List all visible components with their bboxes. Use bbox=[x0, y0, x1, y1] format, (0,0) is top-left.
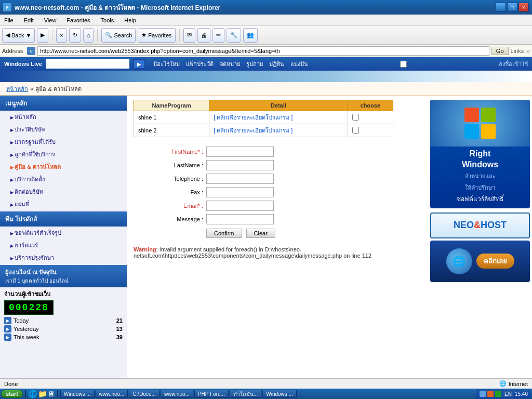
refresh-icon: ↻ bbox=[73, 32, 77, 38]
sidebar-item-manuals[interactable]: คู่มือ & ดาวน์โหลด bbox=[0, 161, 127, 173]
taskbar-item-6[interactable]: Windows ... bbox=[262, 390, 297, 398]
telephone-input[interactable] bbox=[206, 174, 274, 184]
live-checkbox[interactable] bbox=[400, 61, 407, 68]
maximize-button[interactable]: □ bbox=[507, 3, 517, 12]
sidebar-item-install[interactable]: บริการติดตั้ง bbox=[0, 173, 127, 185]
refresh-button[interactable]: ↻ bbox=[69, 28, 81, 43]
minimize-button[interactable]: – bbox=[496, 3, 506, 12]
sidebar-item-standards[interactable]: มาตรฐานที่ได้รับ bbox=[0, 136, 127, 148]
globe-banner[interactable]: 🌐 คลิกเลย bbox=[430, 241, 530, 282]
taskbar-icon-folder[interactable]: 📁 bbox=[38, 390, 47, 398]
sidebar-item-home[interactable]: หน้าหลัก bbox=[0, 111, 127, 123]
live-nav-whats-new[interactable]: มีอะไรใหม่ bbox=[153, 59, 180, 69]
tools-button[interactable]: 🔧 bbox=[227, 28, 241, 43]
print-button[interactable]: 🖨 bbox=[197, 28, 210, 43]
forward-arrow-icon: ▶ bbox=[41, 32, 45, 38]
live-nav-photos[interactable]: รูปถ่าย bbox=[246, 59, 263, 69]
toolbar-sep-2 bbox=[97, 29, 98, 42]
program-detail-1[interactable]: [ คลิกเพื่อรายละเอียดโปรแกรม ] bbox=[209, 111, 348, 124]
sidebar-item-contact[interactable]: ติดต่อบริษัท bbox=[0, 185, 127, 198]
close-button[interactable]: × bbox=[518, 3, 529, 12]
fax-input[interactable] bbox=[206, 187, 274, 197]
clear-button[interactable]: Clear bbox=[246, 229, 275, 238]
links-expand-icon[interactable]: » bbox=[526, 47, 530, 55]
taskbar-icon-ie[interactable]: 🌐 bbox=[28, 390, 37, 398]
taskbar-item-4[interactable]: PHP Foru... bbox=[194, 390, 229, 398]
lastname-input[interactable] bbox=[206, 160, 274, 170]
taskbar-icon-app[interactable]: 🖥 bbox=[48, 390, 55, 398]
stats-yesterday-row: ▶ Yesterday 13 bbox=[4, 325, 123, 332]
go-button[interactable]: Go bbox=[491, 47, 509, 55]
sidebar-products-header[interactable]: ทีม โปรดักส์ bbox=[0, 211, 127, 227]
live-nav-share[interactable]: แบ่งปัน bbox=[290, 59, 308, 69]
svg-rect-0 bbox=[464, 108, 479, 122]
sidebar-item-about[interactable]: ประวัติบริษัท bbox=[0, 123, 127, 136]
start-button[interactable]: start bbox=[1, 390, 23, 398]
program-table: NameProgram Detail choose shine 1 [ คลิก… bbox=[134, 100, 393, 137]
taskbar-item-1[interactable]: www.neo... bbox=[96, 390, 128, 398]
app-icon: e bbox=[3, 3, 11, 11]
address-input[interactable] bbox=[37, 46, 489, 56]
back-button[interactable]: ◀ Back ▼ bbox=[2, 28, 35, 43]
live-sign-in[interactable]: ลงชื่อเข้าใช้ bbox=[499, 59, 528, 69]
menu-file[interactable]: File bbox=[2, 16, 16, 24]
menu-edit[interactable]: Edit bbox=[22, 16, 36, 24]
sidebar-item-map[interactable]: แผนที่ bbox=[0, 198, 127, 210]
sidebar: เมนูหลัก หน้าหลัก ประวัติบริษัท มาตรฐานท… bbox=[0, 96, 127, 399]
live-nav-calendar[interactable]: ปฏิทิน bbox=[269, 59, 284, 69]
email-input[interactable] bbox=[206, 201, 274, 211]
tray-icons bbox=[480, 391, 501, 397]
program-detail-2[interactable]: [ คลิกเพื่อรายละเอียดโปรแกรม ] bbox=[209, 124, 348, 137]
menu-tools[interactable]: Tools bbox=[99, 16, 116, 24]
breadcrumb-separator: » bbox=[30, 86, 33, 92]
sidebar-item-customers[interactable]: ลูกค้าที่ใช้บริการ bbox=[0, 148, 127, 161]
stop-icon: × bbox=[60, 32, 63, 38]
telephone-row: Telephone : bbox=[134, 174, 422, 184]
internet-icon: 🌐 bbox=[499, 380, 507, 387]
windows-ad-banner[interactable]: RightWindows จำหน่ายและ ให้คำปรึกษา ซอฟต… bbox=[430, 100, 530, 208]
forward-button[interactable]: ▶ bbox=[37, 28, 48, 43]
message-input[interactable] bbox=[206, 214, 274, 224]
taskbar-item-5[interactable]: ทำไมมัน... bbox=[230, 390, 261, 398]
confirm-button[interactable]: Confirm bbox=[206, 229, 242, 238]
favorites-button[interactable]: ★ Favorites bbox=[138, 28, 175, 43]
window-controls[interactable]: – □ × bbox=[496, 3, 529, 12]
breadcrumb-home[interactable]: หน้าหลัก bbox=[6, 84, 28, 94]
menu-favorites[interactable]: Favorites bbox=[64, 16, 92, 24]
mail-button[interactable]: ✉ bbox=[183, 28, 195, 43]
sidebar-main-header[interactable]: เมนูหลัก bbox=[0, 96, 127, 111]
fax-label: Fax : bbox=[154, 189, 206, 195]
live-search-input[interactable] bbox=[46, 59, 129, 69]
neo-host-banner[interactable]: NEO&HOST bbox=[430, 212, 530, 238]
taskbar-item-2[interactable]: C:\Docu... bbox=[129, 390, 159, 398]
home-button[interactable]: ⌂ bbox=[83, 28, 94, 43]
sidebar-item-service[interactable]: บริการปรุงรักษา bbox=[0, 251, 127, 264]
site-icon: e bbox=[27, 47, 35, 55]
title-bar: e www.neo-netsoft.com - คู่มือ & ดาวน์โห… bbox=[0, 0, 532, 15]
fax-row: Fax : bbox=[134, 187, 422, 197]
menu-bar: File Edit View Favorites Tools Help bbox=[0, 15, 532, 26]
mail-icon: ✉ bbox=[187, 32, 192, 38]
menu-view[interactable]: View bbox=[42, 16, 59, 24]
messenger-icon: 👥 bbox=[247, 32, 254, 38]
firstname-input[interactable] bbox=[206, 147, 274, 157]
taskbar-item-3[interactable]: www.neo... bbox=[161, 390, 193, 398]
live-nav-mail[interactable]: จดหมาย bbox=[220, 59, 240, 69]
search-icon: 🔍 bbox=[105, 32, 112, 38]
sidebar-item-software[interactable]: ซอฟต์แวร์สำเร็จรูป bbox=[0, 227, 127, 239]
live-search-button[interactable]: ▶ bbox=[134, 59, 145, 69]
taskbar-item-0[interactable]: Windows ... bbox=[60, 390, 95, 398]
stop-button[interactable]: × bbox=[56, 28, 66, 43]
back-arrow-icon: ◀ bbox=[6, 32, 10, 38]
sidebar-item-hardware[interactable]: ฮาร์ดแวร์ bbox=[0, 239, 127, 251]
edit-button[interactable]: ✏ bbox=[212, 28, 224, 43]
svg-rect-1 bbox=[481, 108, 496, 122]
messenger-button[interactable]: 👥 bbox=[243, 28, 258, 43]
email-row: Email* : bbox=[134, 201, 422, 211]
click-btn[interactable]: คลิกเลย bbox=[476, 254, 514, 269]
search-button[interactable]: 🔍 Search bbox=[101, 28, 136, 43]
live-nav-profile[interactable]: แพ็กประวัติ bbox=[186, 59, 214, 69]
choose-checkbox-2[interactable] bbox=[352, 127, 359, 134]
menu-help[interactable]: Help bbox=[122, 16, 138, 24]
choose-checkbox-1[interactable] bbox=[352, 114, 359, 121]
